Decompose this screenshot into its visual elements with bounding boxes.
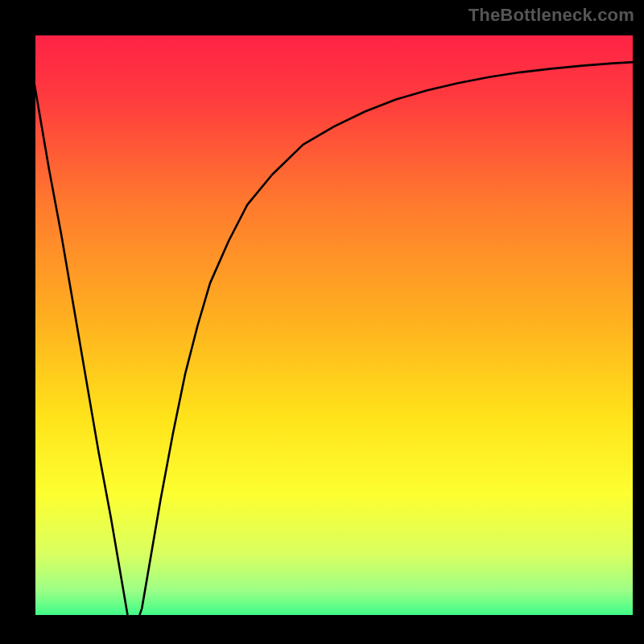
- plot-background: [24, 24, 644, 626]
- bottleneck-chart: [0, 0, 644, 644]
- chart-container: TheBottleneck.com: [0, 0, 644, 644]
